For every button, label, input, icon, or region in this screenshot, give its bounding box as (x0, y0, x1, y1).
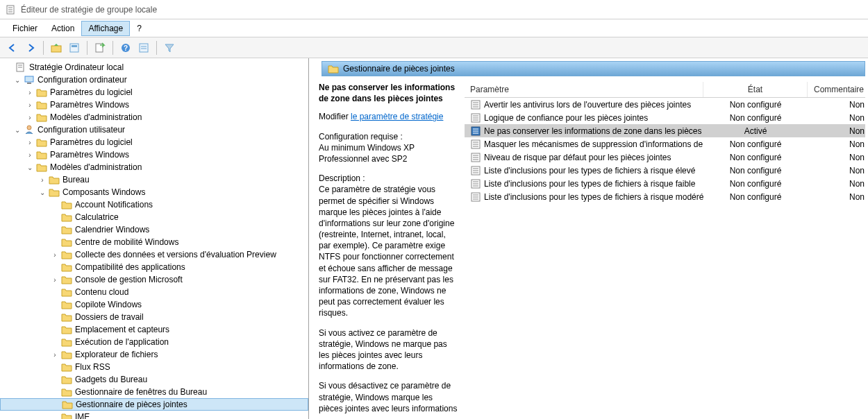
tree-pane[interactable]: Stratégie Ordinateur local ⌄ Configurati… (0, 58, 309, 419)
tree-item-cloud[interactable]: Contenu cloud (0, 286, 308, 298)
tree-item-gadgets[interactable]: Gadgets du Bureau (0, 373, 308, 386)
tree-cc-windows[interactable]: ›Paramètres Windows (0, 99, 308, 111)
folder-icon (36, 99, 47, 110)
column-header-comment[interactable]: Commentaire (808, 82, 865, 97)
settings-row[interactable]: Ne pas conserver les informations de zon… (465, 124, 865, 137)
twisty-none (50, 200, 60, 210)
settings-row[interactable]: Liste d'inclusions pour les types de fic… (465, 164, 865, 177)
tree-cc-admin[interactable]: ›Modèles d'administration (0, 111, 308, 123)
twisty-none (50, 287, 60, 297)
tree-item-account-notif[interactable]: Account Notifications (0, 198, 308, 211)
twisty-collapsed-icon[interactable]: › (50, 250, 60, 259)
menu-action[interactable]: Action (44, 21, 81, 36)
requirement-text: Au minimum Windows XP Professionnel avec… (319, 142, 459, 164)
twisty-none (50, 212, 60, 222)
tree-label: Account Notifications (75, 200, 153, 210)
twisty-none (50, 375, 60, 384)
menu-file[interactable]: Fichier (6, 21, 44, 36)
tree-item-mobility[interactable]: Centre de mobilité Windows (0, 236, 308, 248)
tree-item-app-exec[interactable]: Exécution de l'application (0, 336, 308, 348)
cell-state: Non configuré (703, 100, 808, 110)
folder-icon (61, 336, 72, 348)
tree-item-ms-console[interactable]: ›Console de gestion Microsoft (0, 273, 308, 286)
tree-win-components[interactable]: ⌄Composants Windows (0, 186, 308, 198)
tree-cc-software[interactable]: ›Paramètres du logiciel (0, 86, 308, 99)
edit-prefix: Modifier (319, 112, 351, 121)
twisty-collapsed-icon[interactable]: › (50, 350, 60, 359)
twisty-collapsed-icon[interactable]: › (25, 100, 35, 110)
menu-view[interactable]: Affichage (81, 21, 130, 36)
tree-label: Dossiers de travail (75, 312, 144, 322)
export-button[interactable] (92, 40, 108, 56)
tree-item-calc[interactable]: Calculatrice (0, 211, 308, 223)
user-icon (24, 124, 35, 135)
tree-label: Configuration ordinateur (37, 75, 127, 85)
tree-uc-software[interactable]: ›Paramètres du logiciel (0, 136, 308, 148)
cell-param: Niveau de risque par défaut pour les piè… (465, 152, 703, 163)
settings-row[interactable]: Logique de confiance pour les pièces joi… (465, 111, 865, 124)
tree-item-file-explorer[interactable]: ›Explorateur de fichiers (0, 348, 308, 361)
tree-item-data-collect[interactable]: ›Collecte des données et versions d'éval… (0, 248, 308, 261)
twisty-expanded-icon[interactable]: ⌄ (12, 125, 22, 135)
details-button[interactable] (135, 40, 152, 56)
tree-item-app-compat[interactable]: Compatibilité des applications (0, 261, 308, 273)
settings-row[interactable]: Liste d'inclusions pour les types de fic… (465, 190, 865, 203)
tree-computer-config[interactable]: ⌄ Configuration ordinateur (0, 74, 308, 86)
twisty-collapsed-icon[interactable]: › (25, 137, 35, 147)
tree-item-location[interactable]: Emplacement et capteurs (0, 323, 308, 336)
tree-uc-admin[interactable]: ⌄Modèles d'administration (0, 161, 308, 173)
edit-policy-link[interactable]: le paramètre de stratégie (351, 112, 443, 121)
column-header-param[interactable]: Paramètre (465, 82, 703, 97)
forward-button[interactable] (22, 40, 39, 56)
menu-help[interactable]: ? (130, 21, 149, 36)
folder-icon (61, 411, 72, 419)
back-button[interactable] (4, 40, 21, 56)
tree-user-config[interactable]: ⌄ Configuration utilisateur (0, 123, 308, 136)
settings-row[interactable]: Liste d'inclusions pour les types de fic… (465, 177, 865, 190)
tree-item-work-folders[interactable]: Dossiers de travail (0, 311, 308, 323)
twisty-expanded-icon[interactable]: ⌄ (37, 187, 47, 197)
tree-item-rss[interactable]: Flux RSS (0, 361, 308, 373)
tree-root[interactable]: Stratégie Ordinateur local (0, 61, 308, 74)
cell-state: Non configuré (703, 153, 808, 162)
cell-comment: Non (808, 192, 865, 202)
tree-desktop[interactable]: ›Bureau (0, 173, 308, 186)
twisty-collapsed-icon[interactable]: › (25, 87, 35, 97)
tree-uc-windows[interactable]: ›Paramètres Windows (0, 148, 308, 161)
settings-row[interactable]: Masquer les mécanismes de suppression d'… (465, 137, 865, 151)
param-text: Liste d'inclusions pour les types de fic… (484, 166, 695, 176)
help-button[interactable]: ? (117, 40, 134, 56)
svg-rect-5 (70, 44, 78, 52)
folder-icon (61, 287, 72, 298)
properties-button[interactable] (66, 40, 83, 56)
twisty-collapsed-icon[interactable]: › (50, 275, 60, 284)
twisty-expanded-icon[interactable]: ⌄ (25, 162, 35, 172)
filter-button[interactable] (161, 40, 178, 56)
param-text: Ne pas conserver les informations de zon… (484, 126, 703, 136)
tree-item-window-mgr[interactable]: Gestionnaire de fenêtres du Bureau (0, 386, 308, 398)
cell-param: Liste d'inclusions pour les types de fic… (465, 191, 703, 203)
settings-row[interactable]: Niveau de risque par défaut pour les piè… (465, 151, 865, 164)
twisty-icon[interactable] (4, 62, 14, 72)
tree-item-calendar[interactable]: Calendrier Windows (0, 223, 308, 236)
tree-label: Paramètres Windows (50, 150, 129, 160)
description-label: Description : (319, 173, 459, 184)
twisty-collapsed-icon[interactable]: › (25, 112, 35, 122)
tree-item-copilot[interactable]: Copilote Windows (0, 298, 308, 311)
settings-row[interactable]: Avertir les antivirus lors de l'ouvertur… (465, 98, 865, 111)
column-header-state[interactable]: État (703, 82, 808, 97)
tree-item-ime[interactable]: IME (0, 411, 308, 419)
param-text: Logique de confiance pour les pièces joi… (484, 113, 648, 123)
up-button[interactable] (48, 40, 65, 56)
twisty-expanded-icon[interactable]: ⌄ (12, 75, 22, 85)
twisty-none (50, 237, 60, 247)
cell-param: Avertir les antivirus lors de l'ouvertur… (465, 99, 703, 110)
cell-param: Masquer les mécanismes de suppression d'… (465, 139, 703, 150)
twisty-none (51, 400, 60, 409)
tree-item-attachment-mgr[interactable]: Gestionnaire de pièces jointes (0, 398, 308, 411)
twisty-collapsed-icon[interactable]: › (37, 175, 47, 185)
toolbar-separator (156, 41, 157, 55)
tree-label: Collecte des données et versions d'évalu… (75, 250, 276, 259)
folder-open-icon (49, 187, 60, 198)
twisty-collapsed-icon[interactable]: › (25, 150, 35, 160)
